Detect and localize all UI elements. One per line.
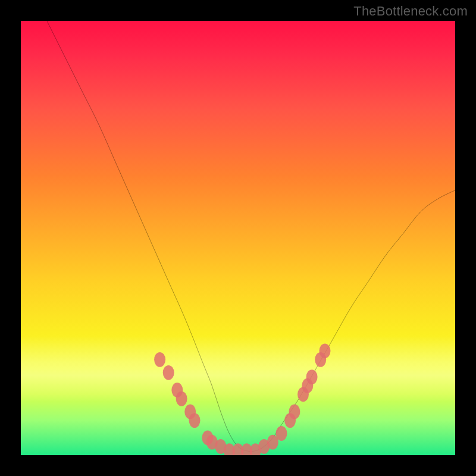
data-marker xyxy=(320,343,331,358)
data-marker xyxy=(306,369,318,384)
data-marker xyxy=(276,426,287,441)
chart-svg xyxy=(21,21,455,455)
plot-area xyxy=(21,21,455,455)
data-marker xyxy=(176,392,187,406)
data-marker xyxy=(163,365,174,380)
data-marker xyxy=(289,405,300,419)
chart-frame: TheBottleneck.com xyxy=(0,0,476,476)
marker-group xyxy=(154,343,330,455)
data-marker xyxy=(189,413,201,428)
bottleneck-curve xyxy=(47,21,455,452)
watermark-text: TheBottleneck.com xyxy=(353,4,468,19)
data-marker xyxy=(154,352,165,367)
